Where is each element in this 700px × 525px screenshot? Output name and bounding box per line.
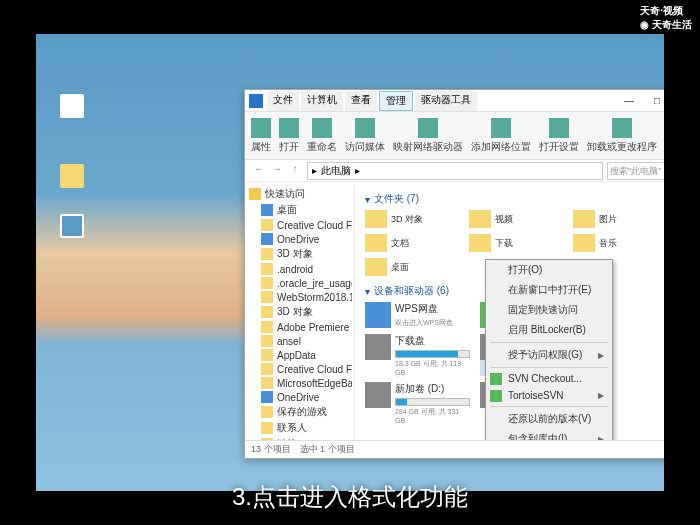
ribbon-item[interactable]: 添加网络位置: [471, 118, 531, 154]
context-menu-item[interactable]: 固定到快速访问: [486, 300, 612, 320]
sidebar-item[interactable]: .android: [247, 262, 352, 276]
sidebar-item[interactable]: 联系人: [247, 420, 352, 436]
context-menu: 打开(O)在新窗口中打开(E)固定到快速访问启用 BitLocker(B)授予访…: [485, 259, 613, 440]
address-bar: ← → ↑ ▸此电脑▸ 搜索"此电脑": [245, 160, 664, 182]
tab-view[interactable]: 查看: [345, 91, 377, 111]
maximize-button[interactable]: □: [643, 92, 664, 110]
sidebar-item[interactable]: .oracle_jre_usage: [247, 276, 352, 290]
drive-item[interactable]: 新加卷 (D:)284 GB 可用, 共 331 GB: [365, 382, 470, 424]
ribbon-item[interactable]: 卸载或更改程序: [587, 118, 657, 154]
video-caption: 3.点击进入格式化功能: [0, 481, 700, 513]
tab-manage[interactable]: 管理: [379, 91, 413, 111]
drive-item[interactable]: 下载盘18.3 GB 可用, 共 119 GB: [365, 334, 470, 376]
sidebar-item[interactable]: Creative Cloud Files: [247, 218, 352, 232]
folder-item[interactable]: 图片: [573, 210, 663, 228]
section-folders[interactable]: ▾ 文件夹 (7): [365, 192, 664, 206]
desktop-folder-icon[interactable]: [56, 164, 88, 204]
sidebar-item[interactable]: Adobe Premiere Pro CC 2019: [247, 320, 352, 334]
sidebar-item[interactable]: AppData: [247, 348, 352, 362]
ribbon: 属性打开重命名访问媒体映射网络驱动器添加网络位置打开设置卸载或更改程序: [245, 112, 664, 160]
context-menu-item[interactable]: 包含到库中(I)▶: [486, 429, 612, 440]
sidebar-item[interactable]: 快速访问: [247, 186, 352, 202]
titlebar[interactable]: 文件 计算机 查看 管理 驱动器工具 — □ ×: [245, 90, 664, 112]
up-button[interactable]: ↑: [287, 163, 303, 179]
app-icon: [249, 94, 263, 108]
ribbon-item[interactable]: 打开设置: [539, 118, 579, 154]
sidebar-item[interactable]: 保存的游戏: [247, 404, 352, 420]
sidebar-item[interactable]: Creative Cloud Files: [247, 362, 352, 376]
desktop-file-icon[interactable]: [56, 94, 88, 134]
folder-item[interactable]: 视频: [469, 210, 559, 228]
sidebar-item[interactable]: 桌面: [247, 202, 352, 218]
folder-item[interactable]: 音乐: [573, 234, 663, 252]
file-explorer-window: 文件 计算机 查看 管理 驱动器工具 — □ × 属性打开重命名访问媒体映射网络…: [244, 89, 664, 459]
sidebar-item[interactable]: WebStorm2018.1: [247, 290, 352, 304]
ribbon-tabs: 文件 计算机 查看 管理 驱动器工具: [267, 91, 477, 111]
folder-item[interactable]: 3D 对象: [365, 210, 455, 228]
ribbon-item[interactable]: 访问媒体: [345, 118, 385, 154]
sidebar-item[interactable]: OneDrive: [247, 232, 352, 246]
monitor-bezel: 文件 计算机 查看 管理 驱动器工具 — □ × 属性打开重命名访问媒体映射网络…: [24, 22, 676, 503]
context-menu-item[interactable]: 还原以前的版本(V): [486, 409, 612, 429]
minimize-button[interactable]: —: [615, 92, 643, 110]
tab-computer[interactable]: 计算机: [301, 91, 343, 111]
desktop-pc-icon[interactable]: [56, 214, 88, 254]
context-menu-item[interactable]: 授予访问权限(G)▶: [486, 345, 612, 365]
sidebar-item[interactable]: ansel: [247, 334, 352, 348]
sidebar-item[interactable]: 3D 对象: [247, 246, 352, 262]
back-button[interactable]: ←: [251, 163, 267, 179]
tab-drivetools[interactable]: 驱动器工具: [415, 91, 477, 111]
sidebar-item[interactable]: OneDrive: [247, 390, 352, 404]
context-menu-item[interactable]: TortoiseSVN▶: [486, 387, 612, 404]
context-menu-item[interactable]: 打开(O): [486, 260, 612, 280]
sidebar-item[interactable]: MicrosoftEdgeBackups: [247, 376, 352, 390]
folder-item[interactable]: 下载: [469, 234, 559, 252]
folder-item[interactable]: 文档: [365, 234, 455, 252]
desktop[interactable]: 文件 计算机 查看 管理 驱动器工具 — □ × 属性打开重命名访问媒体映射网络…: [36, 34, 664, 491]
ribbon-item[interactable]: 属性: [251, 118, 271, 154]
status-bar: 13 个项目 选中 1 个项目: [245, 440, 664, 458]
content-pane[interactable]: ▾ 文件夹 (7) 3D 对象视频图片文档下载音乐桌面 ▾ 设备和驱动器 (6)…: [355, 182, 664, 440]
context-menu-item[interactable]: 在新窗口中打开(E): [486, 280, 612, 300]
drive-item[interactable]: WPS网盘双击进入WPS网盘: [365, 302, 470, 328]
context-menu-item[interactable]: 启用 BitLocker(B): [486, 320, 612, 340]
watermark: 天奇·视频 ◉ 天奇生活: [640, 4, 692, 32]
context-menu-item[interactable]: SVN Checkout...: [486, 370, 612, 387]
navigation-pane[interactable]: 快速访问桌面Creative Cloud FilesOneDrive3D 对象.…: [245, 182, 355, 440]
folder-item[interactable]: 桌面: [365, 258, 455, 276]
sidebar-item[interactable]: 3D 对象: [247, 304, 352, 320]
search-input[interactable]: 搜索"此电脑": [607, 162, 664, 180]
ribbon-item[interactable]: 映射网络驱动器: [393, 118, 463, 154]
ribbon-item[interactable]: 重命名: [307, 118, 337, 154]
forward-button[interactable]: →: [269, 163, 285, 179]
ribbon-item[interactable]: 打开: [279, 118, 299, 154]
breadcrumb[interactable]: ▸此电脑▸: [307, 162, 603, 180]
tab-file[interactable]: 文件: [267, 91, 299, 111]
